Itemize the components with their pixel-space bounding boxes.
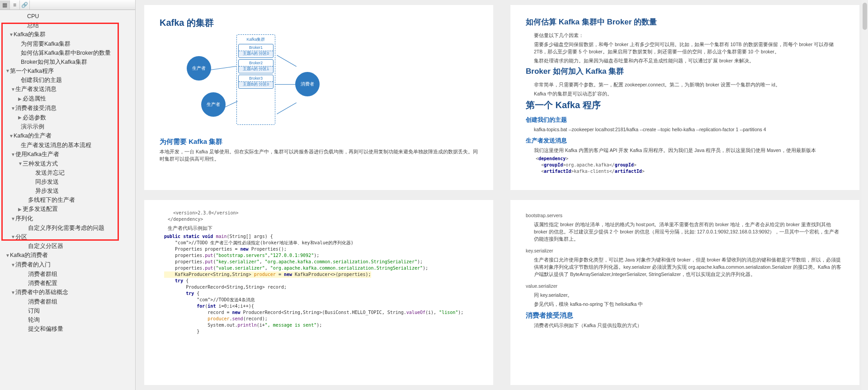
page-2: 如何估算 Kafka 集群中 Broker 的数量 要估量以下几个因素： 需要多… [510,5,860,190]
p4-s1p: 该属性指定 broker 的地址清单，地址的格式为 host:port。清单里不… [534,221,844,243]
outline-item[interactable]: 为何需要Kafka集群 [0,39,135,48]
page1-para: 本地开发，一台 Kafka 足够使用。但在实际生产中，集群可以跨服务器进行负载均… [160,148,478,162]
p4-s2t: key.serializer [526,247,844,254]
outline-item[interactable]: 发送并忘记 [0,168,135,177]
outline-label: 异步发送 [35,188,59,194]
outline-item[interactable]: 消费者群组 [0,270,135,279]
outline-item[interactable]: ▼Kafka的生产者 [0,131,135,141]
p3-pretext: 生产者代码示例如下 [168,224,478,232]
tree-arrow-icon: ▼ [11,150,15,159]
tree-arrow-icon: ▼ [11,288,15,297]
tree-arrow-icon: ▶ [18,205,23,214]
outline-item[interactable]: Broker如何加入Kafka集群 [0,57,135,67]
outline-item[interactable]: 自定义序列化需要考虑的问题 [0,224,135,233]
outline-tree[interactable]: CPU总结▼Kafka的集群为何需要Kafka集群如何估算Kafka集群中Bro… [0,10,135,390]
outline-label: 分区 [15,234,27,240]
vertical-scrollbar[interactable] [862,0,868,390]
outline-label: 为何需要Kafka集群 [21,41,71,47]
p2-p3b: 我们这里使用 Kafka 内置的客户端 API 开发 Kafka 应用程序。因为… [534,147,844,154]
page1-subtitle: 为何需要 Kafka 集群 [160,138,478,146]
p2-h3a: 创建我们的主题 [526,116,844,124]
view-list-icon[interactable]: ≡ [10,0,20,10]
outline-item[interactable]: ▼消费者中的基础概念 [0,288,135,297]
outline-label: 必选参数 [23,114,46,121]
tree-arrow-icon: ▼ [11,85,15,94]
code-block: public static void main(String[] args) {… [164,233,478,335]
outline-item[interactable]: 轮询 [0,315,135,324]
page-4: bootstrap.servers 该属性指定 broker 的地址清单，地址的… [510,200,860,385]
tree-arrow-icon: ▼ [5,67,10,76]
sidebar-toolbar: ▦ ≡ 🔗 [0,0,135,10]
outline-label: Kafka的集群 [14,31,46,38]
outline-item[interactable]: ▼使用Kafka生产者 [0,150,135,159]
p2-p1b: 需要多少磁盘空间保留数据，和每个 broker 上有多少空间可以用。比如，如果一… [534,41,844,55]
outline-label: 消费者配置 [28,280,57,286]
outline-label: 消费者接受消息 [15,105,57,111]
outline-item[interactable]: 同步发送 [0,177,135,186]
outline-item[interactable]: ▼Kafka的集群 [0,30,135,39]
p2-p2a: 非常简单，只需要两个参数。第一，配置 zookeeper.connect。第二，… [534,81,844,88]
outline-item[interactable]: ▶必选属性 [0,94,135,104]
outline-label: 使用Kafka生产者 [15,151,59,157]
tree-arrow-icon: ▼ [11,233,15,242]
outline-item[interactable]: ▼分区 [0,233,135,242]
outline-item[interactable]: ▼序列化 [0,214,135,224]
outline-item[interactable]: 多线程下的生产者 [0,195,135,205]
outline-item[interactable]: 消费者群组 [0,297,135,306]
outline-item[interactable]: 消费者配置 [0,279,135,288]
outline-item[interactable]: ▼生产者发送消息 [0,85,135,94]
sidebar: ▦ ≡ 🔗 CPU总结▼Kafka的集群为何需要Kafka集群如何估算Kafka… [0,0,136,390]
outline-label: 必选属性 [23,95,46,102]
outline-item[interactable]: 如何估算Kafka集群中Broker的数量 [0,48,135,57]
p2-h1: 如何估算 Kafka 集群中 Broker 的数量 [526,17,844,27]
p2-p3a: kafka-topics.bat --zookeeper localhost:2… [534,126,844,133]
outline-item[interactable]: 总结 [0,21,135,30]
outline-label: 第一个Kafka程序 [10,68,54,74]
outline-label: 同步发送 [35,179,59,185]
p3-version: <version>2.3.0</version> [173,210,478,216]
outline-label: 创建我们的主题 [21,77,62,83]
outline-item[interactable]: ▼消费者的入门 [0,260,135,270]
outline-item[interactable]: ▼消费者接受消息 [0,104,135,113]
p4-h4: 消费者接受消息 [526,311,844,320]
consumer-node: 消费者 [295,72,320,96]
outline-label: 发送并忘记 [35,170,65,176]
p4-s1t: bootstrap.servers [526,212,844,219]
outline-item[interactable]: ▼三种发送方式 [0,159,135,169]
tree-arrow-icon: ▼ [18,159,23,168]
p2-p2b: Kafka 中的集群是可以动态扩容的。 [534,90,844,97]
tree-arrow-icon: ▼ [5,251,10,260]
page-3: <version>2.3.0</version> </dependency> 生… [144,200,494,385]
producer-node-2: 生产者 [201,92,226,117]
outline-item[interactable]: 创建我们的主题 [0,76,135,85]
tree-arrow-icon: ▼ [11,214,15,224]
p4-s3p2: 参见代码，模块 kafka-no-spring 下包 hellokafka 中 [534,300,844,308]
broker-group-title: Kafka集群 [238,37,274,43]
p2-h2: Broker 如何加入 Kafka 集群 [526,66,844,76]
cluster-diagram: 生产者 生产者 Kafka集群 Broker1主题A的 分区0 Broker2主… [187,33,331,133]
p2-h3b: 生产者发送消息 [526,137,844,145]
p4-p4: 消费者代码示例如下（Kafka 只提供拉取的方式） [534,322,844,329]
outline-item[interactable]: 提交和偏移量 [0,324,135,333]
outline-item[interactable]: 自定义分区器 [0,242,135,251]
outline-item[interactable]: CPU [0,12,135,21]
outline-label: 消费者的入门 [15,262,51,268]
outline-item[interactable]: 生产者发送消息的基本流程 [0,141,135,150]
attachment-icon[interactable]: 🔗 [20,0,30,10]
outline-item[interactable]: 演示示例 [0,122,135,131]
outline-item[interactable]: 异步发送 [0,186,135,195]
outline-label: 更多发送配置 [23,206,58,212]
outline-item[interactable]: 订阅 [0,306,135,315]
view-grid-icon[interactable]: ▦ [0,0,10,10]
outline-item[interactable]: ▼第一个Kafka程序 [0,67,135,76]
outline-item[interactable]: ▼Kafka的消费者 [0,251,135,260]
tree-arrow-icon: ▶ [18,95,23,104]
outline-label: 生产者发送消息 [15,86,57,92]
outline-label: Broker如何加入Kafka集群 [21,59,87,65]
p2-h3: 第一个 Kafka 程序 [526,99,844,111]
outline-item[interactable]: ▶更多发送配置 [0,205,135,214]
tree-arrow-icon: ▼ [11,104,15,113]
outline-item[interactable]: ▶必选参数 [0,113,135,123]
producer-node-1: 生产者 [187,56,211,81]
outline-label: 生产者发送消息的基本流程 [21,142,91,148]
